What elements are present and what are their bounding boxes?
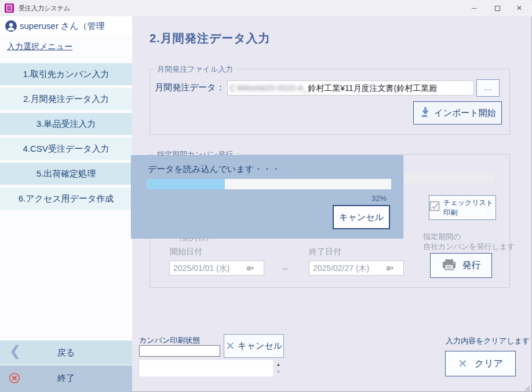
sidebar-item-tanpin-juchu[interactable]: 3.単品受注入力: [0, 113, 132, 135]
app-window: 受注入力システム ─ ✕ superuser さん（管理 入力選択メニュー 1.…: [0, 0, 532, 392]
end-date-picker[interactable]: 2025/02/27 (木) ▦▾: [309, 261, 404, 276]
print-cancel-button[interactable]: ✕ キャンセル: [224, 334, 284, 358]
back-label: 戻る: [0, 340, 132, 365]
print-status-list[interactable]: [139, 360, 274, 377]
sidebar-item-gekkan-hacchu[interactable]: 2.月間発注データ入力: [0, 88, 132, 110]
issue-hint-line1: 指定期間の: [423, 232, 461, 242]
resize-grip-icon[interactable]: [523, 383, 530, 390]
loading-dialog: データを読み込んでいます・・・ 32% キャンセル: [131, 155, 403, 239]
back-button[interactable]: ❮ 戻る: [0, 340, 132, 365]
end-date-label: 終了日付: [309, 247, 341, 257]
clear-hint: 入力内容をクリアします: [446, 336, 530, 346]
start-date-value: 2025/01/01 (水): [173, 263, 229, 273]
checkbox-check-icon: [429, 201, 440, 214]
file-path-text: 鈴村工業¥11月度注文書(鈴村工業殿: [308, 83, 437, 93]
printer-icon: [442, 258, 457, 274]
clear-x-icon: ✕: [458, 357, 468, 371]
print-cancel-label: キャンセル: [238, 340, 282, 351]
issue-label: 発行: [462, 259, 481, 272]
user-avatar-icon: [5, 20, 17, 32]
issue-button[interactable]: 発行: [430, 253, 492, 278]
checklist-print-label: チェックリスト印刷: [443, 198, 495, 218]
sidebar-item-torihikisaki-kanban[interactable]: 1.取引先カンバン入力: [0, 63, 132, 85]
exit-label: 終了: [0, 365, 132, 391]
progress-percent: 32%: [371, 194, 387, 203]
user-name: superuser さん（管理: [20, 17, 105, 35]
end-date-value: 2025/02/27 (木): [313, 263, 369, 273]
window-title: 受注入力システム: [19, 0, 70, 16]
sidebar-item-csv-juchu[interactable]: 4.CSV受注データ入力: [0, 138, 132, 160]
start-date-picker[interactable]: 2025/01/01 (水) ▦▾: [169, 261, 264, 276]
kanban-print-status-field[interactable]: [139, 345, 220, 357]
clear-label: クリア: [475, 358, 503, 370]
close-button[interactable]: ✕: [509, 0, 529, 16]
file-path-field[interactable]: C:¥Work¥20-0020-A_鈴村工業¥11月度注文書(鈴村工業殿: [227, 80, 474, 96]
calendar-dropdown-icon[interactable]: ▦▾: [246, 263, 261, 273]
minimize-button[interactable]: ─: [464, 0, 484, 16]
file-path-redacted: C:¥Work¥20-0020-A_: [229, 83, 308, 93]
app-icon: [5, 3, 14, 13]
cancel-x-icon: ✕: [225, 339, 235, 353]
file-input-group-title: 月間発注ファイル入力: [154, 64, 236, 75]
kanban-print-status-label: カンバン印刷状態: [139, 335, 200, 346]
sidebar-item-access-data[interactable]: 6.アクセス用データ作成: [0, 188, 132, 210]
file-path-label: 月間発注データ：: [155, 82, 225, 93]
sidebar-item-shukka-kakutei[interactable]: 5.出荷確定処理: [0, 163, 132, 185]
date-range-separator: ～: [280, 262, 290, 275]
updown-spinner: ▲ ▼: [274, 361, 283, 376]
loading-message: データを読み込んでいます・・・: [148, 164, 280, 175]
import-start-button[interactable]: インポート開始: [413, 101, 502, 124]
maximize-icon: [495, 6, 500, 11]
title-bar: 受注入力システム ─ ✕: [0, 0, 532, 16]
calendar-dropdown-icon[interactable]: ▦▾: [386, 263, 401, 273]
issue-hint-line2: 自社カンバンを発行します: [423, 241, 515, 252]
start-date-label: 開始日付: [170, 247, 202, 257]
browse-button[interactable]: …: [476, 79, 500, 97]
exit-button[interactable]: 終了: [0, 365, 132, 392]
loading-cancel-button[interactable]: キャンセル: [333, 205, 390, 229]
user-row: superuser さん（管理: [0, 17, 132, 35]
spinner-down-icon[interactable]: ▼: [274, 368, 283, 376]
import-start-label: インポート開始: [434, 108, 495, 119]
sidebar-menu-link[interactable]: 入力選択メニュー: [7, 42, 72, 52]
maximize-button[interactable]: [487, 0, 507, 16]
progress-fill: [147, 179, 225, 189]
spinner-up-icon[interactable]: ▲: [274, 361, 283, 368]
page-title: 2.月間発注データ入力: [150, 31, 271, 46]
clear-button[interactable]: ✕ クリア: [445, 351, 516, 376]
progress-bar: [147, 179, 391, 189]
checklist-print-button[interactable]: チェックリスト印刷: [429, 195, 496, 220]
download-arrow-icon: [419, 105, 432, 120]
